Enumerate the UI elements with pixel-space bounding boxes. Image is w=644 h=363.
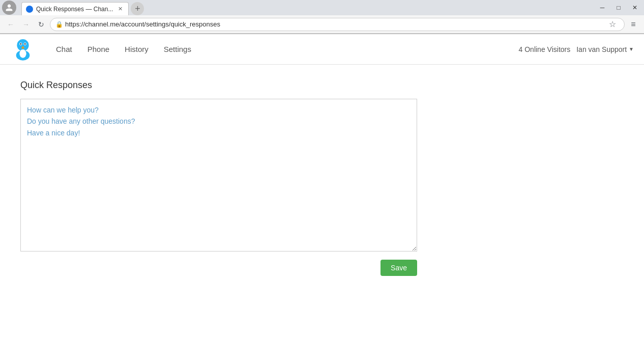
main-content: Quick Responses How can we help you? Do … xyxy=(0,65,644,291)
nav-settings[interactable]: Settings xyxy=(164,43,191,55)
save-row: Save xyxy=(20,260,417,276)
tab-bar: Quick Responses — Chan... ✕ + xyxy=(21,0,595,15)
tab-title: Quick Responses — Chan... xyxy=(36,6,113,13)
quick-responses-textarea[interactable]: How can we help you? Do you have any oth… xyxy=(20,99,417,252)
user-name: Ian van Support xyxy=(576,45,627,53)
online-visitors-count: 4 Online Visitors xyxy=(519,45,571,53)
minimize-button[interactable]: ─ xyxy=(595,3,609,13)
profile-icon[interactable] xyxy=(2,1,16,15)
nav-bar: ← → ↻ 🔒 ☆ ≡ xyxy=(0,15,644,34)
nav-history[interactable]: History xyxy=(125,43,149,55)
address-bar-actions: ☆ xyxy=(606,18,619,31)
svg-point-6 xyxy=(19,49,26,58)
site-nav-right: 4 Online Visitors Ian van Support ▼ xyxy=(519,45,634,53)
title-bar: Quick Responses — Chan... ✕ + ─ □ ✕ xyxy=(0,0,644,15)
nav-phone[interactable]: Phone xyxy=(87,43,109,55)
svg-point-0 xyxy=(17,39,28,51)
user-menu[interactable]: Ian van Support ▼ xyxy=(576,45,634,53)
forward-button[interactable]: → xyxy=(19,18,33,31)
svg-point-4 xyxy=(20,43,22,44)
nav-chat[interactable]: Chat xyxy=(56,43,72,55)
reload-button[interactable]: ↻ xyxy=(35,18,48,31)
new-tab-button[interactable]: + xyxy=(131,2,144,15)
tab-favicon xyxy=(26,6,33,13)
svg-point-5 xyxy=(24,43,26,44)
back-button[interactable]: ← xyxy=(4,18,17,31)
user-menu-dropdown-arrow: ▼ xyxy=(629,46,634,52)
active-tab[interactable]: Quick Responses — Chan... ✕ xyxy=(21,2,129,15)
site-logo xyxy=(10,37,36,62)
save-button[interactable]: Save xyxy=(380,260,417,276)
maximize-button[interactable]: □ xyxy=(611,3,626,13)
tab-close-button[interactable]: ✕ xyxy=(116,5,124,13)
close-button[interactable]: ✕ xyxy=(628,3,642,13)
site-nav: Chat Phone History Settings 4 Online Vis… xyxy=(0,34,644,65)
page-content: Chat Phone History Settings 4 Online Vis… xyxy=(0,34,644,363)
lock-icon: 🔒 xyxy=(55,21,63,28)
page-title: Quick Responses xyxy=(20,80,624,91)
browser-menu-button[interactable]: ≡ xyxy=(627,18,640,31)
site-nav-links: Chat Phone History Settings xyxy=(56,43,504,55)
bookmark-icon[interactable]: ☆ xyxy=(606,18,619,31)
window-controls: ─ □ ✕ xyxy=(595,3,642,13)
browser-chrome: Quick Responses — Chan... ✕ + ─ □ ✕ ← → … xyxy=(0,0,644,34)
address-bar-wrap: 🔒 ☆ xyxy=(50,18,625,31)
address-bar[interactable] xyxy=(65,20,604,28)
